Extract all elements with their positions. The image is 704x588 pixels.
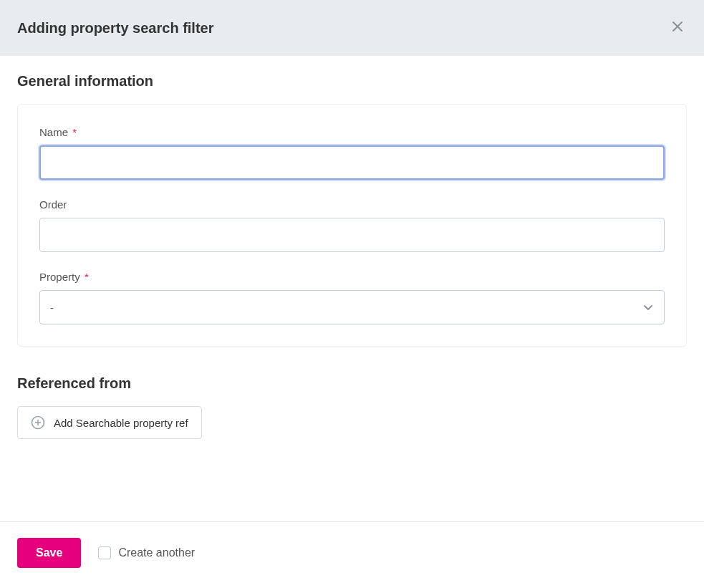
property-selected-value: - [50,302,54,314]
general-info-card: Name * Order Property * - [17,104,687,347]
property-field-group: Property * - [39,271,665,324]
required-mark: * [85,271,89,283]
order-field-group: Order [39,198,665,252]
close-button[interactable] [668,17,687,39]
name-label-text: Name [39,126,68,138]
referenced-from-title: Referenced from [17,375,687,392]
create-another-label: Create another [118,546,195,559]
name-input[interactable] [39,145,665,180]
name-field-group: Name * [39,126,665,180]
order-label: Order [39,198,665,211]
modal-footer: Save Create another [0,521,704,588]
create-another-checkbox-wrap[interactable]: Create another [98,546,195,559]
property-label: Property * [39,271,665,283]
order-input[interactable] [39,218,665,252]
chevron-down-icon [642,302,654,313]
property-label-text: Property [39,271,80,283]
plus-circle-icon [31,415,45,430]
general-info-title: General information [17,73,687,90]
property-select[interactable]: - [39,290,665,324]
modal-body: General information Name * Order Propert… [0,56,704,456]
required-mark: * [72,126,77,138]
name-label: Name * [39,126,665,138]
add-ref-button-label: Add Searchable property ref [54,417,188,429]
save-button[interactable]: Save [17,538,81,568]
close-icon [671,20,684,33]
referenced-section: Referenced from Add Searchable property … [17,375,687,439]
order-label-text: Order [39,198,67,211]
add-searchable-property-ref-button[interactable]: Add Searchable property ref [17,406,202,439]
modal-title: Adding property search filter [17,20,214,37]
create-another-checkbox[interactable] [98,546,111,559]
modal-header: Adding property search filter [0,0,704,56]
